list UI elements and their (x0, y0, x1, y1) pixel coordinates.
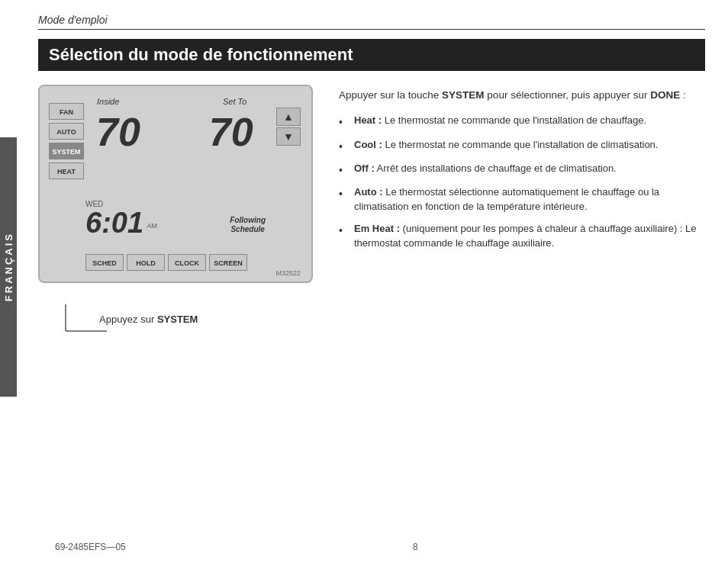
bullet-heat-text: Heat : Le thermostat ne commande que l'i… (354, 114, 646, 128)
thermostat-device: Inside Set To FAN AUTO SYSTEM HEAT 70 70 (38, 85, 313, 283)
bullet-dot-5: • (339, 223, 350, 238)
bullet-heat: • Heat : Le thermostat ne commande que l… (339, 114, 705, 130)
btn-system[interactable]: SYSTEM (49, 143, 84, 159)
bullet-emheat-text: Em Heat : (uniquement pour les pompes à … (354, 222, 705, 251)
instructions-intro: Appuyer sur la touche SYSTEM pour sélect… (339, 88, 705, 103)
am-label: AM (147, 222, 158, 230)
bullet-dot-1: • (339, 114, 350, 130)
temp-inside: 70 (96, 112, 140, 152)
temp-display: 70 70 (96, 112, 301, 152)
btn-auto[interactable]: AUTO (49, 123, 84, 140)
arrow-buttons: ▲ ▼ (276, 108, 301, 146)
label-set-to: Set To (223, 97, 246, 106)
btn-screen[interactable]: SCREEN (209, 254, 247, 271)
instructions-panel: Appuyer sur la touche SYSTEM pour sélect… (339, 85, 705, 259)
arrow-up-button[interactable]: ▲ (276, 108, 301, 126)
bullet-cool-text: Cool : Le thermostat ne commande que l'i… (354, 138, 658, 153)
bullet-dot-4: • (339, 186, 350, 201)
bullet-emheat: • Em Heat : (uniquement pour les pompes … (339, 222, 705, 251)
model-number: M32522 (275, 269, 301, 277)
btn-fan[interactable]: FAN (49, 103, 84, 120)
following-schedule-label: FollowingSchedule (230, 216, 266, 234)
label-inside: Inside (97, 97, 119, 106)
bullet-auto-text: Auto : Le thermostat sélectionne automat… (354, 185, 705, 214)
footer-center: 8 (413, 542, 418, 552)
bullet-dot-2: • (339, 139, 350, 154)
btn-clock[interactable]: CLOCK (168, 254, 206, 271)
header: Mode d'emploi (38, 14, 705, 30)
intro-done: DONE (650, 89, 680, 101)
bullet-off-text: Off : Arrêt des installations de chauffa… (354, 162, 617, 176)
footer-left: 69-2485EFS—05 (55, 542, 126, 552)
intro-system: SYSTEM (442, 89, 485, 101)
time-area: WED 6:01 AM (85, 200, 157, 237)
thermostat-wrapper: Inside Set To FAN AUTO SYSTEM HEAT 70 70 (38, 85, 321, 326)
btn-sched[interactable]: SCHED (85, 254, 124, 271)
bullet-dot-3: • (339, 162, 350, 178)
btn-heat[interactable]: HEAT (49, 162, 84, 179)
bullet-off: • Off : Arrêt des installations de chauf… (339, 162, 705, 178)
footer: 69-2485EFS—05 8 (55, 542, 705, 552)
btn-hold[interactable]: HOLD (127, 254, 165, 271)
main-layout: Inside Set To FAN AUTO SYSTEM HEAT 70 70 (38, 85, 705, 326)
page-content: Mode d'emploi Sélection du mode de fonct… (17, 0, 728, 563)
temp-set: 70 (209, 112, 253, 152)
side-tab-label: FRANÇAIS (3, 232, 14, 301)
arrow-down-button[interactable]: ▼ (276, 127, 301, 146)
bullet-list: • Heat : Le thermostat ne commande que l… (339, 114, 705, 250)
time-display: 6:01 (85, 207, 143, 239)
section-title: Sélection du mode de fonctionnement (38, 39, 705, 71)
header-title: Mode d'emploi (38, 14, 108, 26)
callout-container: Appuyez sur SYSTEM (38, 312, 321, 326)
left-buttons: FAN AUTO SYSTEM HEAT (49, 103, 84, 179)
callout-arrow-svg (38, 304, 191, 343)
side-tab: FRANÇAIS (0, 137, 17, 397)
bullet-cool: • Cool : Le thermostat ne commande que l… (339, 138, 705, 154)
bullet-auto: • Auto : Le thermostat sélectionne autom… (339, 185, 705, 214)
bottom-buttons: SCHED HOLD CLOCK SCREEN (85, 254, 247, 271)
